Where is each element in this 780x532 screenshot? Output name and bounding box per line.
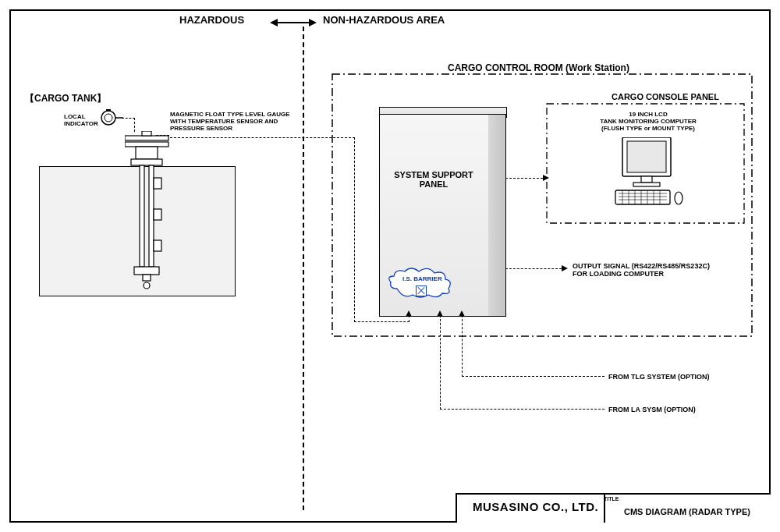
svg-rect-18: [143, 275, 151, 281]
ssp-side-face: [488, 114, 506, 317]
local-indicator-label: LOCAL INDICATOR: [64, 113, 98, 127]
area-divider-line: [303, 27, 304, 510]
svg-rect-9: [142, 131, 151, 136]
cargo-tank-label: 【CARGO TANK】: [25, 92, 106, 105]
console-panel-title: CARGO CONSOLE PANEL: [612, 92, 719, 101]
svg-rect-17: [134, 267, 159, 275]
svg-rect-14: [154, 178, 161, 189]
title-field-label: TITLE: [604, 496, 619, 502]
svg-marker-1: [270, 19, 278, 27]
diagram-page: { "header": { "hazardous": "HAZARDOUS", …: [0, 0, 780, 532]
company-name: MUSASINO CO., LTD.: [473, 500, 598, 513]
local-indicator-icon: [100, 109, 123, 128]
drawing-title: CMS DIAGRAM (RADAR TYPE): [624, 507, 750, 516]
is-barrier-label: I.S. BARRIER: [402, 275, 442, 282]
svg-rect-15: [154, 209, 161, 220]
svg-rect-11: [131, 159, 162, 165]
svg-rect-7: [125, 136, 168, 140]
svg-rect-12: [140, 165, 144, 267]
svg-rect-10: [136, 147, 158, 159]
svg-rect-25: [633, 183, 660, 186]
non-hazardous-label: NON-HAZARDOUS AREA: [323, 14, 445, 26]
svg-rect-26: [615, 190, 670, 204]
is-barrier-symbol-icon: [416, 286, 427, 296]
svg-point-37: [675, 192, 682, 204]
monitor-description: 19 INCH LCD TANK MONITORING COMPUTER (FL…: [590, 111, 707, 132]
control-room-title: CARGO CONTROL ROOM (Work Station): [448, 62, 629, 73]
svg-rect-23: [627, 141, 666, 172]
svg-point-3: [101, 111, 115, 125]
ssp-label: SYSTEM SUPPORT PANEL: [393, 170, 474, 189]
svg-rect-13: [149, 165, 154, 267]
svg-rect-5: [106, 109, 111, 112]
svg-rect-16: [154, 240, 161, 251]
svg-point-19: [144, 282, 150, 289]
area-divider-arrow-icon: [270, 17, 317, 28]
hazardous-label: HAZARDOUS: [179, 14, 244, 26]
svg-rect-24: [641, 176, 652, 183]
output-signal-label: OUTPUT SIGNAL (RS422/RS485/RS232C) FOR L…: [573, 262, 710, 278]
monitor-icon: [615, 137, 685, 209]
from-tlg-label: FROM TLG SYSTEM (OPTION): [608, 373, 710, 381]
svg-rect-8: [125, 142, 168, 147]
from-la-label: FROM LA SYSM (OPTION): [608, 406, 696, 413]
svg-marker-2: [309, 19, 317, 27]
gauge-description-label: MAGNETIC FLOAT TYPE LEVEL GAUGE WITH TEM…: [170, 111, 290, 132]
level-gauge-icon: [125, 131, 203, 295]
